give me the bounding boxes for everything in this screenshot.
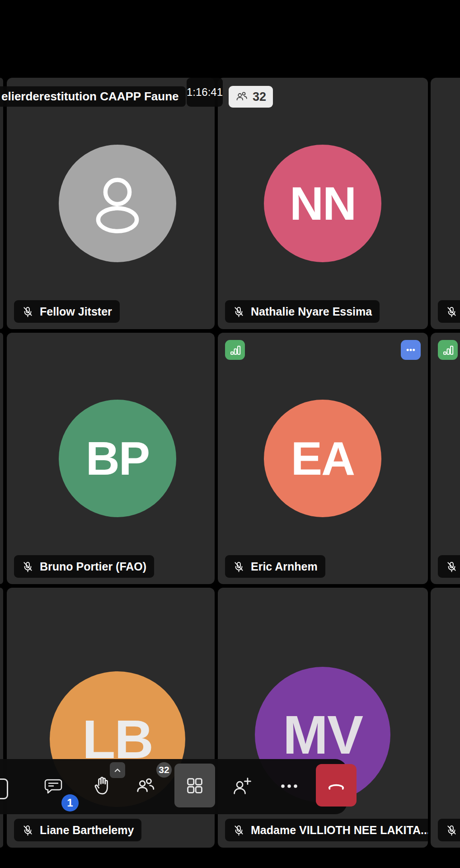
mic-muted-icon xyxy=(22,561,34,573)
conference-info-bar: elierderestitution CAAPP Faune xyxy=(0,86,186,107)
more-options-button[interactable] xyxy=(279,781,299,791)
avatar-initials: BP xyxy=(86,432,149,486)
participants-icon xyxy=(135,776,156,797)
participant-name: Fellow Jitster xyxy=(40,305,112,318)
avatar-initials: MV xyxy=(283,703,362,766)
raised-hand-icon xyxy=(90,774,113,797)
invite-button[interactable] xyxy=(231,775,253,797)
participant-name-pill xyxy=(438,819,460,841)
participants-count-badge: 32 xyxy=(156,762,172,778)
participant-name: Eric Arnhem xyxy=(251,560,318,573)
mic-muted-icon xyxy=(233,824,245,836)
avatar-initials: EA xyxy=(291,432,354,486)
participant-name: Liane Barthelemy xyxy=(40,824,134,837)
person-add-icon xyxy=(231,775,253,797)
participant-tile-fellow-jitster[interactable]: Fellow Jitster xyxy=(7,78,215,329)
camera-icon-cutoff[interactable] xyxy=(0,778,8,799)
mic-muted-icon xyxy=(233,306,245,318)
chevron-up-icon xyxy=(113,764,122,776)
participant-tile-cutoff-left[interactable] xyxy=(0,78,3,329)
participant-tile-cutoff-left[interactable] xyxy=(0,333,3,584)
mic-muted-icon xyxy=(22,824,34,836)
participant-tile-cutoff-right[interactable] xyxy=(431,588,460,848)
mic-muted-icon xyxy=(446,561,458,573)
participant-name: Nathalie Nyare Essima xyxy=(251,305,372,318)
participant-tile-cutoff-right[interactable] xyxy=(431,78,460,329)
participant-name-pill: Fellow Jitster xyxy=(14,300,120,323)
avatar: EA xyxy=(264,400,381,517)
chat-button[interactable] xyxy=(43,776,64,797)
meeting-timer: 1:16:41 xyxy=(187,78,223,107)
meeting-screen: Fellow Jitster NN Nathalie Nyare Essima xyxy=(0,0,460,868)
signal-bars-icon xyxy=(228,343,242,357)
participants-icon xyxy=(235,90,248,103)
good-connection-indicator xyxy=(225,340,245,360)
grid-view-icon xyxy=(185,776,205,796)
participant-name-pill: Eric Arnhem xyxy=(225,555,325,578)
participant-name-pill xyxy=(438,555,460,578)
avatar xyxy=(59,145,176,262)
participant-tile-bruno[interactable]: BP Bruno Portier (FAO) xyxy=(7,333,215,584)
ellipsis-icon xyxy=(404,343,418,357)
participant-name: Bruno Portier (FAO) xyxy=(40,560,146,573)
participant-name-pill: Madame VILLIOTH NEE LAKITA... xyxy=(225,819,428,841)
participant-tile-eric[interactable]: EA Eric Arnhem xyxy=(218,333,428,584)
chat-unread-badge: 1 xyxy=(61,794,79,811)
good-connection-indicator xyxy=(438,340,458,360)
ellipsis-icon xyxy=(279,781,299,791)
mic-muted-icon xyxy=(446,824,458,836)
raise-hand-button[interactable] xyxy=(90,774,113,797)
chat-icon xyxy=(43,776,64,797)
participant-name-pill: Liane Barthelemy xyxy=(14,819,141,841)
participant-tile-nathalie[interactable]: NN Nathalie Nyare Essima xyxy=(218,78,428,329)
participant-name-pill xyxy=(438,300,460,323)
participant-name-pill: Nathalie Nyare Essima xyxy=(225,300,380,323)
avatar: NN xyxy=(264,145,381,262)
mic-muted-icon xyxy=(22,306,34,318)
participant-name-pill: Bruno Portier (FAO) xyxy=(14,555,154,578)
hang-up-button[interactable] xyxy=(316,764,357,807)
participant-tile-cutoff-right[interactable] xyxy=(431,333,460,584)
participants-button[interactable] xyxy=(135,776,156,797)
room-title: elierderestitution CAAPP Faune xyxy=(0,90,179,104)
signal-bars-icon xyxy=(441,343,455,357)
mic-muted-icon xyxy=(233,561,245,573)
hang-up-phone-icon xyxy=(325,774,347,796)
participant-count-pill[interactable]: 32 xyxy=(229,86,273,108)
participant-name: Madame VILLIOTH NEE LAKITA... xyxy=(251,824,428,837)
participant-count: 32 xyxy=(253,90,266,104)
person-placeholder-icon xyxy=(81,167,154,240)
avatar-initials: NN xyxy=(290,177,356,231)
mic-muted-icon xyxy=(446,306,458,318)
avatar: BP xyxy=(59,400,176,517)
tile-view-button[interactable] xyxy=(174,764,215,807)
more-options-indicator[interactable] xyxy=(401,340,421,360)
